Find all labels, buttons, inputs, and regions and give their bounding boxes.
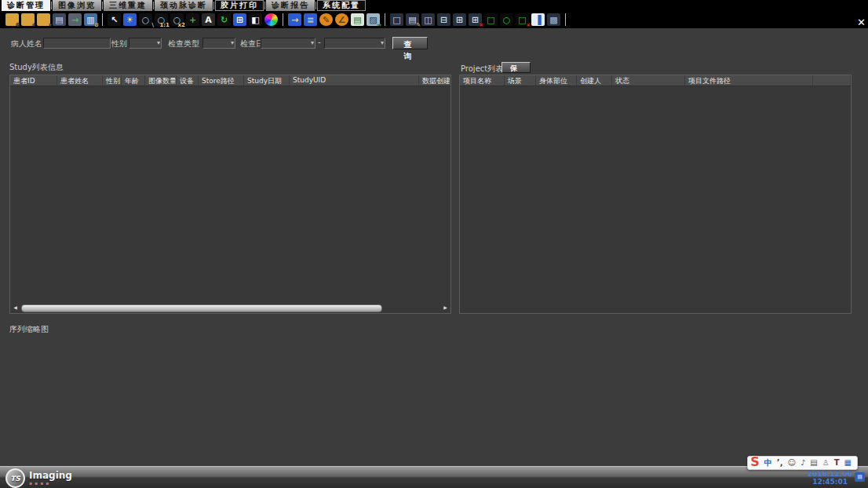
zoom-glass-icon-badge: \ <box>151 23 154 28</box>
ime-voice-icon[interactable]: ♪ <box>801 457 805 468</box>
scrollbar-thumb[interactable] <box>21 304 382 312</box>
ime-toolbox-icon[interactable]: ▦ <box>844 457 852 468</box>
layout-single-icon[interactable]: □ <box>390 13 403 26</box>
logo-title: Imaging <box>29 471 72 480</box>
film-list-icon[interactable]: ▤ <box>53 13 66 26</box>
input-language-icon[interactable]: ▤ <box>855 472 865 482</box>
pan-move-icon[interactable]: + <box>186 13 199 26</box>
project-col-1[interactable]: 场景 <box>505 75 536 86</box>
ime-emoji-icon[interactable]: ☺ <box>787 457 795 468</box>
study-table-body[interactable] <box>10 86 450 313</box>
query-button[interactable]: 查 询 <box>392 37 428 49</box>
layout-close-icon[interactable]: ⊞× <box>469 13 482 26</box>
export-image-icon-badge: → <box>377 23 381 28</box>
close-icon[interactable]: ✕ <box>857 17 866 27</box>
pseudo-color-icon[interactable] <box>264 13 278 26</box>
send-study-icon[interactable]: → <box>68 13 82 26</box>
refresh-icon[interactable]: ↻ <box>217 13 231 26</box>
zoom-x2-icon[interactable]: ○x2 <box>170 13 184 26</box>
study-col-7[interactable]: Study日期 <box>244 75 290 86</box>
project-col-6[interactable] <box>813 75 851 86</box>
study-table-header: 患者ID患者姓名性别年龄图像数量设备Store路径Study日期StudyUID… <box>10 75 450 86</box>
logo-icon: TS <box>5 468 25 488</box>
study-col-1[interactable]: 患者姓名 <box>57 75 103 86</box>
main-toolbar: ⚙+▾▤→▥⚙↖☀○\○1:1○x2+A↻⊞◧→≡✎∠▤▨→□▤✎◫⊟⊞⊞×□○… <box>0 11 868 28</box>
zoom-1-1-icon[interactable]: ○1:1 <box>155 13 168 26</box>
study-col-9[interactable]: 数据创建 <box>419 75 450 86</box>
scroll-right-icon[interactable]: ▶ <box>442 304 449 311</box>
chevron-down-icon: ▾ <box>157 39 160 47</box>
project-col-5[interactable]: 项目文件路径 <box>685 75 813 86</box>
project-table-body[interactable] <box>460 86 851 313</box>
series-list-icon[interactable]: ≡ <box>304 13 317 26</box>
project-col-4[interactable]: 状态 <box>612 75 685 86</box>
import-study-folder-icon[interactable]: ▾ <box>37 13 50 26</box>
tab-separator <box>213 2 214 9</box>
tab-3d-reconstruction[interactable]: 三维重建 <box>104 0 152 11</box>
roi-rectangle-icon[interactable]: □ <box>484 13 498 26</box>
text-annotation-icon[interactable]: A <box>202 13 215 26</box>
sogou-logo-icon[interactable]: S <box>750 457 760 468</box>
patient-name-input[interactable] <box>43 38 111 49</box>
select-cursor-icon[interactable]: ↖ <box>108 13 121 26</box>
study-col-0[interactable]: 患者ID <box>10 75 57 86</box>
toolbar-separator <box>283 13 283 26</box>
ime-person-icon[interactable]: ♙ <box>822 457 830 468</box>
ime-punctuation-icon[interactable]: ’, <box>777 457 783 468</box>
exam-date-from-select[interactable]: ▾ <box>261 38 315 49</box>
import-study-folder-icon-badge: ▾ <box>49 23 52 28</box>
study-list-panel: 患者ID患者姓名性别年龄图像数量设备Store路径Study日期StudyUID… <box>9 75 451 314</box>
tab-film-print[interactable]: 胶片打印 <box>215 0 264 11</box>
measure-angle-icon[interactable]: ∠ <box>335 13 348 26</box>
tab-system-config[interactable]: 系统配置 <box>317 0 366 11</box>
study-col-3[interactable]: 年龄 <box>122 75 145 86</box>
study-col-8[interactable]: StudyUID <box>290 75 419 86</box>
tab-carotid-diagnosis[interactable]: 颈动脉诊断 <box>155 0 213 11</box>
ime-chinese-icon[interactable]: 中 <box>764 457 772 468</box>
toolbar-separator <box>385 13 385 26</box>
layout-two-row-icon[interactable]: ⊟ <box>437 13 450 26</box>
stack-link-icon[interactable]: → <box>288 13 301 26</box>
ime-skin-icon[interactable]: T <box>834 457 840 468</box>
save-button[interactable]: 保 存 <box>501 62 531 73</box>
layout-edit-icon[interactable]: ▤✎ <box>406 13 419 26</box>
add-study-folder-icon[interactable]: + <box>21 13 35 26</box>
taskbar-clock[interactable]: 2018.12.06 12:45:01 <box>808 470 852 486</box>
split-window-icon[interactable]: ▐ <box>531 13 545 26</box>
roi-delete-icon[interactable]: □× <box>516 13 529 26</box>
study-col-5[interactable]: 设备 <box>177 75 199 86</box>
scrollbar-track[interactable] <box>19 304 442 311</box>
project-col-3[interactable]: 创建人 <box>577 75 612 86</box>
window-level-icon[interactable]: ☀ <box>123 13 137 26</box>
fit-to-window-icon[interactable]: ⊞ <box>233 13 246 26</box>
invert-image-icon[interactable]: ◧ <box>249 13 262 26</box>
ime-keyboard-icon[interactable]: ▤ <box>810 457 817 468</box>
project-col-2[interactable]: 身体部位 <box>536 75 577 86</box>
cascade-windows-icon[interactable]: ▩ <box>547 13 560 26</box>
study-col-6[interactable]: Store路径 <box>199 75 244 86</box>
tab-diagnosis-management[interactable]: 诊断管理 <box>2 0 50 11</box>
layout-two-col-icon[interactable]: ◫ <box>421 13 435 26</box>
scroll-left-icon[interactable]: ◀ <box>12 304 19 311</box>
zoom-glass-icon[interactable]: ○\ <box>139 13 152 26</box>
tab-separator <box>51 2 52 9</box>
study-col-2[interactable]: 性别 <box>103 75 122 86</box>
roi-ellipse-icon[interactable]: ○ <box>500 13 513 26</box>
layout-grid-icon[interactable]: ⊞ <box>453 13 466 26</box>
project-col-0[interactable]: 项目名称 <box>460 75 505 86</box>
study-col-4[interactable]: 图像数量 <box>145 75 177 86</box>
chevron-down-icon: ▾ <box>231 39 234 47</box>
measure-length-icon[interactable]: ✎ <box>319 13 333 26</box>
tab-diagnosis-report[interactable]: 诊断报告 <box>266 0 315 11</box>
clock-date: 2018.12.06 <box>808 470 852 478</box>
open-patient-folder-icon[interactable]: ⚙ <box>5 13 19 26</box>
exam-date-to-select[interactable]: ▾ <box>324 38 385 49</box>
tab-image-browse[interactable]: 图像浏览 <box>53 0 101 11</box>
study-horizontal-scrollbar[interactable]: ◀ ▶ <box>12 304 449 311</box>
export-image-icon[interactable]: ▨→ <box>367 13 380 26</box>
gender-select[interactable]: ▾ <box>129 38 162 49</box>
exam-type-select[interactable]: ▾ <box>202 38 235 49</box>
archive-settings-icon[interactable]: ▥⚙ <box>84 13 97 26</box>
chevron-down-icon: ▾ <box>311 39 314 47</box>
copy-report-icon[interactable]: ▤ <box>351 13 364 26</box>
